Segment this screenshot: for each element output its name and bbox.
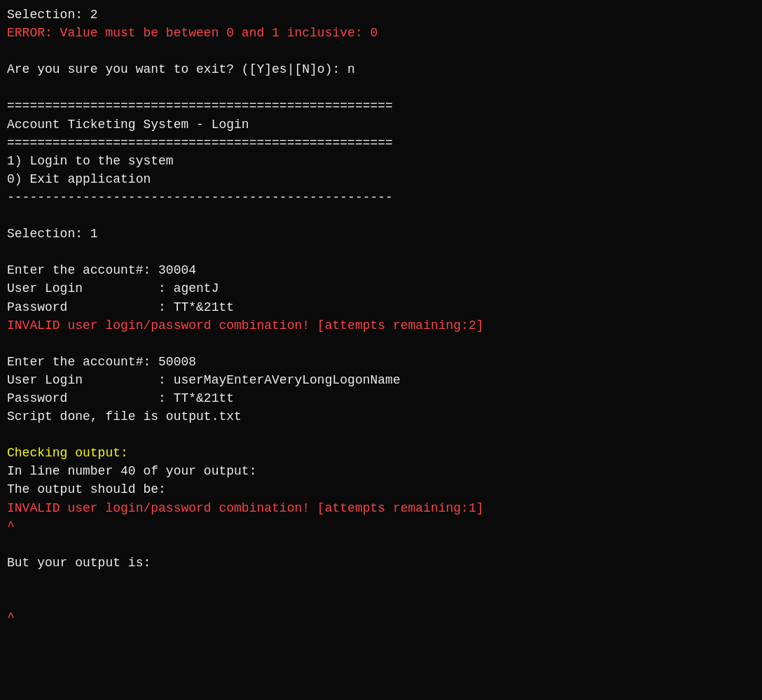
blank-4 <box>7 243 755 261</box>
line-caret1: ^ <box>7 517 755 536</box>
terminal-output: Selection: 2ERROR: Value must be between… <box>7 6 755 626</box>
blank-8 <box>7 572 755 590</box>
line-selection-2: Selection: 2 <box>7 6 755 24</box>
line-error: ERROR: Value must be between 0 and 1 inc… <box>7 24 755 42</box>
blank-6 <box>7 426 755 444</box>
line-checking: Checking output: <box>7 444 755 462</box>
line-exit-prompt: Are you sure you want to exit? ([Y]es|[N… <box>7 60 755 78</box>
blank-2 <box>7 78 755 97</box>
blank-1 <box>7 42 755 60</box>
line-password2: Password : TT*&21tt <box>7 389 755 407</box>
line-userlogin2: User Login : userMayEnterAVeryLongLogonN… <box>7 371 755 389</box>
line-caret2: ^ <box>7 608 755 626</box>
line-account2: Enter the account#: 50008 <box>7 353 755 371</box>
line-butyour: But your output is: <box>7 554 755 572</box>
line-userlogin1: User Login : agentJ <box>7 279 755 298</box>
line-sep1: ========================================… <box>7 97 755 115</box>
blank-3 <box>7 206 755 225</box>
line-menu1: 1) Login to the system <box>7 152 755 170</box>
line-scriptdone: Script done, file is output.txt <box>7 407 755 426</box>
line-password1: Password : TT*&21tt <box>7 298 755 316</box>
line-outputshould: The output should be: <box>7 480 755 498</box>
line-sep2: ========================================… <box>7 134 755 152</box>
line-title: Account Ticketing System - Login <box>7 115 755 134</box>
line-inline: In line number 40 of your output: <box>7 462 755 480</box>
blank-5 <box>7 335 755 353</box>
blank-9 <box>7 590 755 608</box>
blank-7 <box>7 536 755 554</box>
line-invalid1: INVALID user login/password combination!… <box>7 316 755 335</box>
line-menu0: 0) Exit application <box>7 170 755 188</box>
line-dashedep: ----------------------------------------… <box>7 188 755 206</box>
line-invalid2: INVALID user login/password combination!… <box>7 499 755 517</box>
line-selection-1: Selection: 1 <box>7 225 755 243</box>
line-account1: Enter the account#: 30004 <box>7 261 755 279</box>
